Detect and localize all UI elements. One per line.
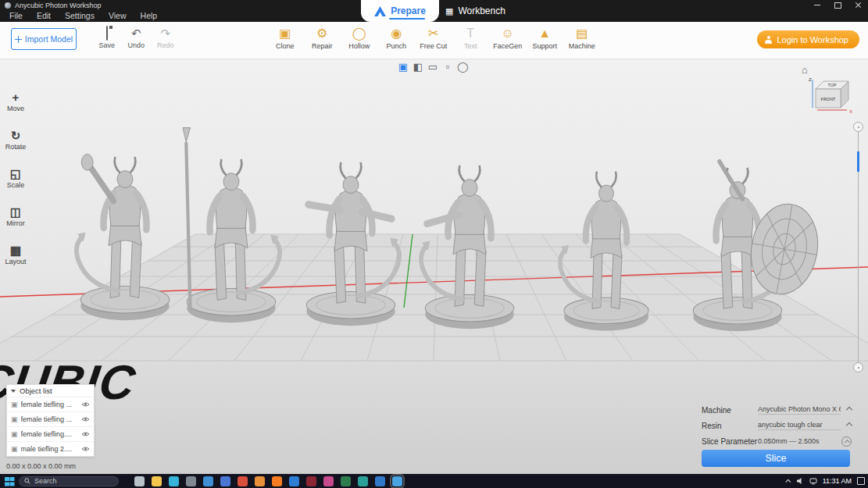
firefox-icon[interactable] (272, 476, 282, 486)
task-view-icon[interactable] (134, 476, 145, 486)
mail-icon[interactable] (203, 476, 213, 486)
zoom-slider-fill (857, 151, 859, 172)
close-button[interactable] (848, 0, 868, 10)
window-title: Anycubic Photon Workshop (15, 2, 101, 9)
maximize-button[interactable] (827, 0, 848, 10)
menu-edit[interactable]: Edit (30, 10, 58, 22)
visibility-eye-icon[interactable] (81, 416, 90, 422)
app-window: Anycubic Photon Workshop File Edit Setti… (0, 0, 868, 488)
support-button[interactable]: ▲ Support (527, 26, 564, 50)
shade-mode-icon[interactable]: ◧ (413, 61, 423, 73)
home-view-icon[interactable]: ⌂ (802, 64, 808, 76)
visibility-eye-icon[interactable] (81, 446, 90, 452)
clone-button[interactable]: ▣ Clone (266, 26, 304, 50)
network-icon[interactable] (809, 477, 817, 485)
visibility-eye-icon[interactable] (81, 431, 90, 437)
app-orange-icon[interactable] (255, 476, 265, 486)
app-blue-icon[interactable] (375, 476, 385, 486)
model-figure-2[interactable] (183, 128, 280, 323)
tray-chevron-icon[interactable] (785, 479, 791, 484)
undo-button[interactable]: ↶ Undo (122, 27, 152, 49)
facegen-button[interactable]: ☺ FaceGen (489, 26, 527, 50)
clock[interactable]: 11:31 AM (823, 477, 852, 485)
window-controls (807, 0, 868, 10)
app-maroon-icon[interactable] (306, 476, 316, 486)
viewcube-z-label: Z (809, 77, 812, 82)
save-button[interactable]: Save (92, 27, 122, 49)
slice-parameter-row: Slice Parameter 0.050mm — 2.500s (702, 435, 852, 447)
photon-workshop-icon[interactable] (392, 476, 402, 486)
edge-icon[interactable] (169, 476, 179, 486)
slice-button[interactable]: Slice (702, 450, 850, 467)
hollow-button[interactable]: ◯ Hollow (341, 26, 378, 50)
model-figure-1[interactable] (77, 154, 170, 320)
view-cube[interactable]: TOP FRONT Z X (808, 75, 858, 122)
object-list-panel: Object list ▣ female tiefling ... ▣ fema… (6, 384, 95, 457)
collapse-icon (11, 390, 16, 393)
mirror-tool[interactable]: ◫ Mirror (0, 202, 31, 240)
object-list-item[interactable]: ▣ female tiefling ... (7, 411, 94, 426)
visibility-eye-icon[interactable] (81, 401, 90, 408)
free-cut-button[interactable]: ✂ Free Cut (415, 26, 452, 50)
menu-file[interactable]: File (2, 10, 30, 22)
edit-mode-icon[interactable]: ▣ (398, 61, 409, 73)
person-icon (765, 36, 772, 44)
app-teal-icon[interactable] (358, 476, 368, 486)
app-gray-icon[interactable] (186, 476, 196, 486)
tab-prepare[interactable]: Prepare (361, 0, 439, 22)
move-tool[interactable]: + Move (0, 87, 31, 126)
machine-button[interactable]: ▤ Machine (563, 26, 601, 50)
viewcube-x-label: X (849, 109, 852, 114)
volume-icon[interactable] (796, 477, 804, 485)
model-figure-5[interactable] (560, 172, 648, 331)
save-icon (106, 26, 108, 41)
excel-icon[interactable] (341, 476, 351, 486)
punch-button[interactable]: ◉ Punch (378, 26, 416, 50)
app-logo-icon (5, 2, 11, 9)
menu-settings[interactable]: Settings (58, 10, 102, 22)
vscode-icon[interactable] (289, 476, 299, 486)
repair-icon: ⚙ (316, 26, 327, 41)
import-model-button[interactable]: Import Model (11, 28, 77, 50)
resin-chevron-icon[interactable] (846, 422, 852, 429)
object-list-item[interactable]: ▣ female tiefling ... (7, 397, 94, 411)
object-list-item[interactable]: ▣ female tiefling.... (7, 426, 94, 441)
render-mode-icon[interactable]: ◯ (457, 61, 468, 73)
redo-button[interactable]: ↷ Redo (151, 27, 180, 49)
menu-help[interactable]: Help (134, 10, 165, 22)
messaging-icon[interactable] (220, 476, 230, 486)
text-button[interactable]: T Text (452, 26, 490, 50)
resin-value[interactable]: anycubic tough clear (758, 421, 841, 430)
layout-tool[interactable]: ▦ Layout (0, 240, 31, 279)
header: Anycubic Photon Workshop File Edit Setti… (0, 0, 868, 22)
frame-select-icon[interactable]: ▭ (427, 61, 438, 73)
opera-icon[interactable] (238, 476, 248, 486)
model-figure-4[interactable] (421, 166, 514, 329)
login-button[interactable]: Login to Workshop (757, 30, 859, 48)
menu-view[interactable]: View (102, 10, 134, 22)
file-explorer-icon[interactable] (152, 476, 162, 486)
start-button[interactable] (5, 477, 9, 482)
tab-workbench[interactable]: ▦ Workbench (445, 0, 505, 22)
region-select-icon[interactable]: ▫ (442, 61, 453, 73)
machine-chevron-icon[interactable] (846, 407, 852, 413)
zoom-out-handle[interactable] (853, 362, 863, 372)
object-list-item[interactable]: ▣ male tiefling 2.... (7, 441, 94, 456)
rotate-tool[interactable]: ↻ Rotate (0, 126, 31, 164)
machine-value[interactable]: Anycubic Photon Mono X 6Ks (758, 405, 841, 415)
minimize-button[interactable] (807, 0, 827, 10)
model-figure-3[interactable] (306, 162, 399, 326)
photos-icon[interactable] (323, 476, 334, 486)
slice-parameter-value[interactable]: 0.050mm — 2.500s (758, 437, 836, 446)
taskbar-search[interactable]: Search (19, 476, 119, 486)
search-label: Search (34, 477, 57, 485)
transform-tools: + Move ↻ Rotate ◱ Scale ◫ Mirror ▦ Layou… (0, 87, 31, 279)
notifications-icon[interactable] (857, 477, 865, 485)
zoom-in-handle[interactable] (853, 122, 863, 132)
scale-tool[interactable]: ◱ Scale (0, 164, 31, 202)
repair-button[interactable]: ⚙ Repair (304, 26, 341, 50)
rotate-icon: ↻ (11, 129, 21, 142)
object-list-header[interactable]: Object list (7, 385, 94, 397)
viewport-canvas[interactable]: CUBIC (0, 59, 868, 474)
slice-parameter-edit-icon[interactable] (841, 436, 852, 447)
